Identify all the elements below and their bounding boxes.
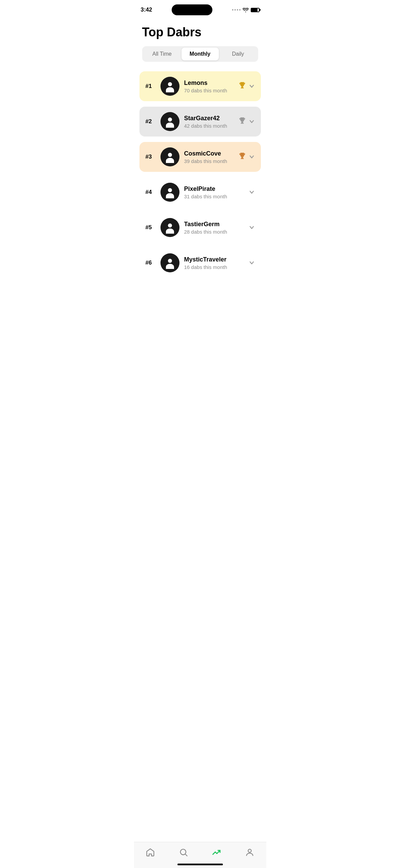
list-item[interactable]: #1 Lemons 70 dabs this month	[139, 71, 261, 101]
status-icons	[232, 8, 260, 12]
chevron-down-icon[interactable]	[249, 189, 255, 195]
rank-label: #5	[146, 224, 156, 231]
user-info: TastierGerm 28 dabs this month	[184, 221, 244, 235]
avatar	[160, 218, 179, 237]
chevron-down-icon[interactable]	[249, 83, 255, 89]
status-bar: 3:42	[134, 0, 266, 17]
svg-rect-5	[241, 123, 244, 124]
svg-point-13	[168, 259, 172, 263]
chevron-down-icon[interactable]	[249, 154, 255, 160]
user-name: Lemons	[184, 79, 234, 87]
page-title: Top Dabrs	[134, 17, 266, 46]
signal-icon	[232, 9, 241, 11]
item-right	[239, 117, 255, 126]
chevron-down-icon[interactable]	[249, 260, 255, 266]
rank-label: #1	[146, 83, 156, 90]
rank-label: #6	[146, 259, 156, 266]
trophy-icon	[239, 117, 246, 126]
chevron-down-icon[interactable]	[249, 119, 255, 125]
list-item[interactable]: #6 MysticTraveler 16 dabs this month	[139, 248, 261, 278]
svg-point-9	[168, 188, 172, 192]
user-dabs: 16 dabs this month	[184, 264, 244, 270]
item-right	[239, 152, 255, 162]
list-item[interactable]: #3 CosmicCove 39 dabs this month	[139, 142, 261, 172]
list-item[interactable]: #4 PixelPirate 31 dabs this month	[139, 177, 261, 207]
svg-rect-8	[241, 158, 244, 159]
avatar	[160, 112, 179, 131]
avatar	[160, 183, 179, 202]
user-name: MysticTraveler	[184, 256, 244, 263]
svg-point-0	[168, 82, 172, 86]
leaderboard-list: #1 Lemons 70 dabs this month	[134, 71, 266, 278]
avatar	[160, 147, 179, 166]
svg-point-11	[168, 223, 172, 228]
user-name: PixelPirate	[184, 185, 244, 193]
user-info: Lemons 70 dabs this month	[184, 79, 234, 93]
svg-point-3	[168, 117, 172, 122]
svg-point-6	[168, 153, 172, 157]
user-info: StarGazer42 42 dabs this month	[184, 115, 234, 129]
item-right	[249, 189, 255, 195]
user-name: StarGazer42	[184, 115, 234, 122]
user-dabs: 39 dabs this month	[184, 158, 234, 164]
user-dabs: 28 dabs this month	[184, 229, 244, 235]
user-info: MysticTraveler 16 dabs this month	[184, 256, 244, 270]
trophy-icon	[239, 82, 246, 91]
dynamic-island	[172, 4, 212, 15]
item-right	[239, 82, 255, 91]
avatar	[160, 77, 179, 96]
user-name: CosmicCove	[184, 150, 234, 157]
status-time: 3:42	[141, 6, 152, 13]
segment-all-time[interactable]: All Time	[144, 48, 181, 60]
segment-daily[interactable]: Daily	[220, 48, 257, 60]
user-dabs: 42 dabs this month	[184, 123, 234, 129]
svg-rect-2	[241, 88, 244, 88]
avatar	[160, 253, 179, 272]
user-info: CosmicCove 39 dabs this month	[184, 150, 234, 164]
segment-monthly[interactable]: Monthly	[182, 48, 219, 60]
segment-control: All Time Monthly Daily	[142, 46, 258, 62]
item-right	[249, 260, 255, 266]
user-dabs: 31 dabs this month	[184, 194, 244, 199]
rank-label: #2	[146, 118, 156, 125]
rank-label: #3	[146, 153, 156, 160]
item-right	[249, 224, 255, 231]
user-name: TastierGerm	[184, 221, 244, 228]
trophy-icon	[239, 152, 246, 162]
battery-icon	[251, 8, 260, 12]
wifi-icon	[243, 8, 249, 12]
rank-label: #4	[146, 189, 156, 196]
list-item[interactable]: #5 TastierGerm 28 dabs this month	[139, 213, 261, 242]
chevron-down-icon[interactable]	[249, 224, 255, 231]
user-dabs: 70 dabs this month	[184, 88, 234, 93]
user-info: PixelPirate 31 dabs this month	[184, 185, 244, 199]
list-item[interactable]: #2 StarGazer42 42 dabs this month	[139, 107, 261, 137]
